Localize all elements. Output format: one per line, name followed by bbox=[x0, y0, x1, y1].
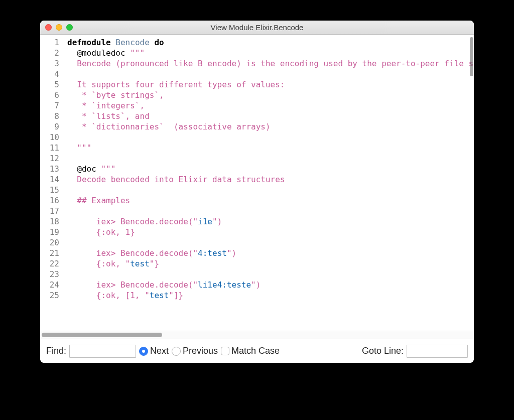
match-case-checkbox[interactable] bbox=[221, 347, 229, 355]
line-number: 3 bbox=[40, 58, 59, 69]
line-number: 11 bbox=[40, 143, 59, 153]
code-line[interactable]: Decode bencoded into Elixir data structu… bbox=[67, 174, 474, 185]
line-number: 4 bbox=[40, 69, 59, 79]
match-case-option[interactable]: Match Case bbox=[221, 346, 280, 356]
next-radio[interactable] bbox=[139, 347, 148, 356]
code-line[interactable]: @moduledoc """ bbox=[67, 48, 474, 58]
titlebar[interactable]: View Module Elixir.Bencode bbox=[40, 21, 474, 35]
code-line[interactable] bbox=[67, 185, 474, 195]
code-line[interactable]: Bencode (pronounced like B encode) is th… bbox=[67, 58, 474, 69]
window: View Module Elixir.Bencode 1234567891011… bbox=[40, 21, 474, 363]
vertical-scrollbar[interactable] bbox=[470, 37, 473, 76]
code-line[interactable]: * `integers`, bbox=[67, 100, 474, 111]
goto-line-input[interactable] bbox=[407, 345, 468, 358]
code-line[interactable] bbox=[67, 132, 474, 143]
line-number: 8 bbox=[40, 111, 59, 121]
code-line[interactable]: """ bbox=[67, 143, 474, 153]
next-option[interactable]: Next bbox=[139, 346, 169, 356]
code-line[interactable] bbox=[67, 206, 474, 216]
code-content[interactable]: defmodule Bencode do @moduledoc """ Benc… bbox=[64, 35, 474, 331]
line-number: 10 bbox=[40, 132, 59, 143]
horizontal-scrollbar-track[interactable] bbox=[40, 331, 474, 339]
line-number: 22 bbox=[40, 258, 59, 269]
next-label: Next bbox=[150, 346, 169, 356]
code-line[interactable] bbox=[67, 69, 474, 79]
code-line[interactable] bbox=[67, 269, 474, 279]
close-icon[interactable] bbox=[45, 24, 52, 31]
window-title: View Module Elixir.Bencode bbox=[40, 23, 474, 32]
line-number: 12 bbox=[40, 153, 59, 164]
line-number: 17 bbox=[40, 206, 59, 216]
line-number: 13 bbox=[40, 164, 59, 174]
code-line[interactable]: * `lists`, and bbox=[67, 111, 474, 121]
line-number: 7 bbox=[40, 100, 59, 111]
find-label: Find: bbox=[46, 346, 66, 356]
line-number: 24 bbox=[40, 279, 59, 290]
code-line[interactable]: {:ok, "test"} bbox=[67, 258, 474, 269]
line-number: 14 bbox=[40, 174, 59, 185]
code-line[interactable]: * `dictionnaries` (associative arrays) bbox=[67, 121, 474, 132]
code-line[interactable] bbox=[67, 153, 474, 164]
code-line[interactable]: ## Examples bbox=[67, 195, 474, 206]
line-number: 1 bbox=[40, 37, 59, 48]
line-number: 18 bbox=[40, 216, 59, 227]
maximize-icon[interactable] bbox=[66, 24, 73, 31]
code-line[interactable]: iex> Bencode.decode("li1e4:teste") bbox=[67, 279, 474, 290]
previous-radio[interactable] bbox=[172, 347, 181, 356]
previous-option[interactable]: Previous bbox=[172, 346, 218, 356]
line-number: 15 bbox=[40, 185, 59, 195]
minimize-icon[interactable] bbox=[56, 24, 62, 31]
horizontal-scrollbar[interactable] bbox=[42, 333, 162, 337]
line-number: 16 bbox=[40, 195, 59, 206]
previous-label: Previous bbox=[183, 346, 218, 356]
line-number: 19 bbox=[40, 227, 59, 237]
code-line[interactable]: * `byte strings`, bbox=[67, 90, 474, 100]
find-input[interactable] bbox=[69, 345, 136, 358]
line-number: 5 bbox=[40, 79, 59, 90]
code-line[interactable] bbox=[67, 237, 474, 248]
code-line[interactable]: iex> Bencode.decode("i1e") bbox=[67, 216, 474, 227]
code-line[interactable]: iex> Bencode.decode("4:test") bbox=[67, 248, 474, 258]
code-line[interactable]: defmodule Bencode do bbox=[67, 37, 474, 48]
code-line[interactable]: {:ok, 1} bbox=[67, 227, 474, 237]
line-number: 21 bbox=[40, 248, 59, 258]
line-number: 6 bbox=[40, 90, 59, 100]
line-number: 23 bbox=[40, 269, 59, 279]
code-editor[interactable]: 1234567891011121314151617181920212223242… bbox=[40, 35, 474, 331]
line-number: 9 bbox=[40, 121, 59, 132]
code-line[interactable]: {:ok, [1, "test"]} bbox=[67, 290, 474, 301]
line-number: 20 bbox=[40, 237, 59, 248]
traffic-lights bbox=[40, 24, 73, 31]
line-number: 25 bbox=[40, 290, 59, 301]
code-line[interactable]: @doc """ bbox=[67, 164, 474, 174]
find-bar: Find: Next Previous Match Case Goto Line… bbox=[40, 339, 474, 363]
line-number-gutter: 1234567891011121314151617181920212223242… bbox=[40, 35, 64, 331]
code-line[interactable]: It supports four different types of valu… bbox=[67, 79, 474, 90]
goto-line-label: Goto Line: bbox=[362, 346, 404, 356]
line-number: 2 bbox=[40, 48, 59, 58]
match-case-label: Match Case bbox=[231, 346, 280, 356]
